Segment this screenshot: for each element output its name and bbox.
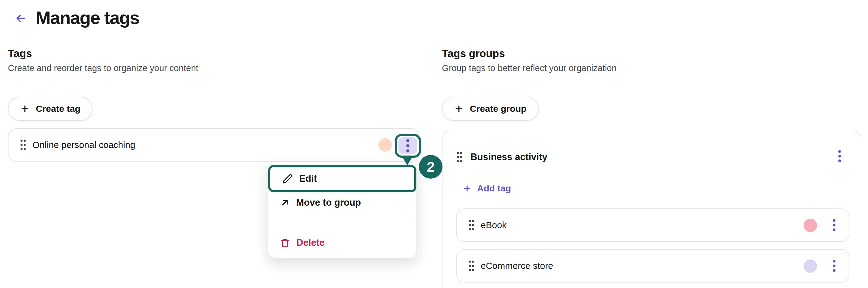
group-header: Business activity: [456, 148, 547, 166]
tag-name: eBook: [481, 209, 506, 241]
tag-options-button[interactable]: [399, 137, 417, 154]
annotation-arrow: [402, 157, 412, 165]
tag-options-button[interactable]: [827, 250, 841, 282]
tag-name: Online personal coaching: [32, 129, 135, 161]
menu-item-edit[interactable]: Edit: [268, 165, 416, 192]
tag-context-menu: Edit Move to group Delete: [268, 162, 417, 258]
kebab-icon: [833, 259, 836, 272]
plus-icon: [463, 184, 472, 193]
tag-options-button[interactable]: [827, 209, 841, 241]
add-tag-button[interactable]: Add tag: [463, 180, 511, 196]
menu-item-delete[interactable]: Delete: [268, 232, 416, 253]
create-group-label: Create group: [470, 104, 527, 114]
drag-handle-icon[interactable]: [20, 129, 27, 161]
tag-color-dot: [804, 259, 817, 273]
tag-color-dot: [804, 219, 817, 232]
add-tag-label: Add tag: [477, 183, 511, 194]
back-button[interactable]: [13, 11, 28, 26]
group-options-button[interactable]: [832, 146, 847, 166]
kebab-icon: [406, 139, 410, 153]
tags-heading: Tags: [8, 48, 32, 60]
kebab-icon: [833, 219, 836, 232]
back-arrow-icon: [14, 12, 27, 24]
plus-icon: [454, 104, 464, 114]
group-tag-row: eCommerce store: [456, 249, 849, 283]
create-tag-label: Create tag: [36, 104, 81, 114]
trash-icon: [280, 238, 290, 248]
tag-color-dot: [378, 138, 392, 152]
menu-divider: [268, 222, 416, 222]
drag-handle-icon[interactable]: [468, 250, 475, 282]
pencil-icon: [282, 174, 292, 184]
tag-name: eCommerce store: [481, 250, 553, 282]
annotation-highlight-ring: [395, 134, 421, 158]
annotation-step-badge: 2: [419, 155, 442, 179]
arrow-up-right-icon: [280, 198, 289, 207]
drag-handle-icon[interactable]: [456, 151, 463, 163]
kebab-icon: [838, 149, 841, 163]
tag-row: Online personal coaching: [8, 128, 420, 162]
create-group-button[interactable]: Create group: [442, 96, 539, 121]
menu-item-edit-label: Edit: [299, 173, 317, 184]
tags-groups-heading: Tags groups: [442, 48, 505, 60]
tags-groups-description: Group tags to better reflect your organi…: [442, 63, 617, 74]
plus-icon: [20, 104, 30, 114]
create-tag-button[interactable]: Create tag: [8, 96, 93, 121]
menu-item-delete-label: Delete: [297, 237, 325, 248]
group-tag-row: eBook: [456, 208, 849, 242]
menu-item-move-label: Move to group: [296, 197, 361, 208]
tags-description: Create and reorder tags to organize your…: [8, 63, 198, 74]
group-name: Business activity: [470, 152, 547, 163]
tag-group-card: Business activity Add tag eBook eCommerc…: [442, 131, 861, 288]
drag-handle-icon[interactable]: [468, 209, 475, 241]
menu-item-move-to-group[interactable]: Move to group: [268, 192, 416, 213]
page-title: Manage tags: [35, 7, 139, 28]
